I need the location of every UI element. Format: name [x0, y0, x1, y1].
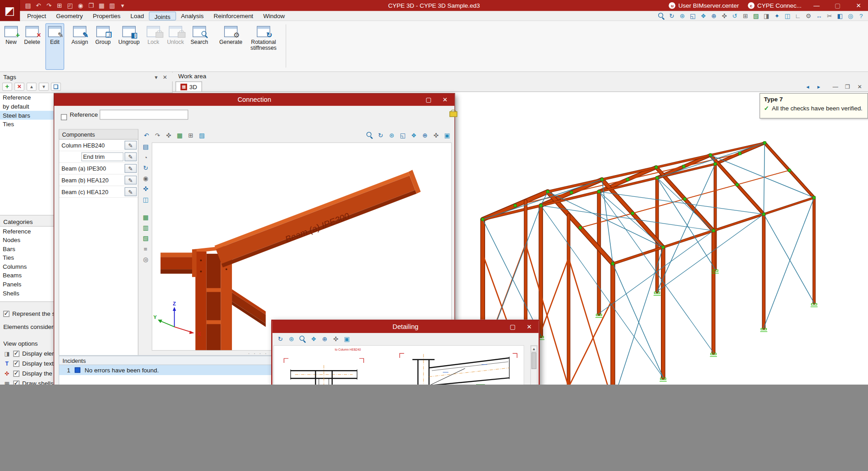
- search-icon[interactable]: [298, 335, 307, 344]
- move-down-button[interactable]: ▼: [39, 82, 49, 90]
- group-button[interactable]: ❐ Group: [92, 23, 114, 70]
- previous-view-icon[interactable]: ↺: [730, 12, 740, 21]
- maximize-button[interactable]: ▢: [828, 0, 847, 11]
- rotate-icon[interactable]: ↻: [141, 163, 151, 172]
- component-row-column[interactable]: Column HEB240 ✎: [59, 140, 138, 152]
- redraw-icon[interactable]: ❖: [698, 12, 708, 21]
- pan-icon[interactable]: ✜: [331, 335, 340, 344]
- menu-geometry[interactable]: Geometry: [51, 11, 88, 20]
- unlock-button[interactable]: Unlock: [164, 23, 187, 70]
- menu-load[interactable]: Load: [126, 11, 149, 20]
- close-button[interactable]: ✕: [849, 0, 868, 11]
- layers-icon[interactable]: ▤: [141, 143, 151, 152]
- splitter-handle[interactable]: · · · ·: [248, 352, 268, 355]
- minimize-view-icon[interactable]: —: [830, 82, 840, 91]
- display-texts-option[interactable]: T Display texts o: [3, 359, 61, 368]
- cype-logo-icon[interactable]: ◩: [0, 0, 20, 21]
- scroll-up-icon[interactable]: ▲: [531, 346, 537, 352]
- detailing-maximize-icon[interactable]: ▢: [505, 321, 521, 333]
- assign-button[interactable]: ✎ Assign: [69, 23, 91, 70]
- menu-project[interactable]: Project: [22, 11, 51, 20]
- report-icon[interactable]: ▦: [175, 131, 184, 140]
- search-icon[interactable]: [365, 131, 374, 140]
- search-icon[interactable]: [656, 12, 666, 21]
- rotational-stiffnesses-button[interactable]: ↻ Rotational stiffnesses: [246, 23, 281, 70]
- redraw-icon[interactable]: ❖: [409, 131, 419, 140]
- zoom-extents-icon[interactable]: ⊛: [287, 335, 296, 344]
- lock-button[interactable]: Lock: [144, 23, 163, 70]
- zoom-extents-icon[interactable]: ⊛: [678, 12, 687, 21]
- connection-maximize-icon[interactable]: ▢: [420, 94, 437, 106]
- reference-input[interactable]: [99, 109, 188, 119]
- zoom-window-icon[interactable]: ◱: [688, 12, 698, 21]
- connection-close-icon[interactable]: ✕: [437, 94, 453, 106]
- redo-icon[interactable]: ↷: [153, 131, 162, 140]
- clip-icon[interactable]: ◫: [141, 195, 151, 204]
- export-icon[interactable]: ▧: [141, 234, 151, 243]
- zoom-in-icon[interactable]: ⊕: [709, 12, 719, 21]
- edit-component-icon[interactable]: ✎: [125, 152, 137, 162]
- restore-view-icon[interactable]: ❐: [843, 82, 853, 91]
- generate-button[interactable]: ⚙ Generate: [217, 23, 245, 70]
- display-elements-option[interactable]: ◨ Display eleme: [3, 349, 60, 358]
- close-view-icon[interactable]: ✕: [855, 82, 865, 91]
- previous-tab-icon[interactable]: ◂: [803, 82, 813, 91]
- edit-component-icon[interactable]: ✎: [125, 187, 137, 196]
- menu-window[interactable]: Window: [258, 11, 290, 20]
- detailing-dialog-titlebar[interactable]: Detailing ▢ ✕: [272, 321, 538, 333]
- zoom-in-icon[interactable]: ⊕: [420, 131, 429, 140]
- minimize-button[interactable]: —: [807, 0, 826, 11]
- detailing-viewport[interactable]: to Column HEB240: [274, 345, 524, 385]
- lock-state-icon[interactable]: [449, 109, 456, 117]
- zoom-in-icon[interactable]: ⊕: [320, 335, 330, 344]
- search-button[interactable]: Search: [188, 23, 210, 70]
- pan-icon[interactable]: ✜: [720, 12, 729, 21]
- reference-checkbox[interactable]: [61, 114, 67, 120]
- menu-reinforcement[interactable]: Reinforcement: [208, 11, 258, 20]
- pan-icon[interactable]: ✜: [431, 131, 441, 140]
- component-row-beam-a[interactable]: Beam (a) IPE300 ✎: [59, 163, 138, 175]
- component-row-end-trim[interactable]: End trim ✎: [59, 151, 138, 163]
- connection-dialog-titlebar[interactable]: Connection ▢ ✕: [54, 94, 454, 106]
- menu-properties[interactable]: Properties: [88, 11, 125, 20]
- zoom-extents-icon[interactable]: ⊛: [387, 131, 396, 140]
- orbit-icon[interactable]: ↻: [667, 12, 677, 21]
- angle-icon[interactable]: ∟: [793, 12, 803, 21]
- orbit-icon[interactable]: ↻: [276, 335, 285, 344]
- edit-component-icon[interactable]: ✎: [125, 141, 137, 150]
- sheet-icon[interactable]: ▥: [141, 223, 151, 232]
- edit-component-icon[interactable]: ✎: [125, 164, 137, 173]
- collapse-panel-icon[interactable]: ▾: [152, 73, 161, 81]
- ungroup-button[interactable]: ◧ Ungroup: [115, 23, 143, 70]
- undo-icon[interactable]: ↶: [142, 131, 151, 140]
- next-tab-icon[interactable]: ▸: [814, 82, 824, 91]
- list-icon[interactable]: ≡: [141, 244, 151, 253]
- draw-shells-checkbox[interactable]: [13, 381, 19, 385]
- close-panel-icon[interactable]: ✕: [160, 73, 170, 81]
- menu-analysis[interactable]: Analysis: [176, 11, 208, 20]
- help-icon[interactable]: ?: [856, 12, 866, 21]
- orbit-icon[interactable]: ↻: [376, 131, 385, 140]
- move-icon[interactable]: ✜: [141, 185, 151, 194]
- protractor-icon[interactable]: ◔: [141, 153, 151, 162]
- edit-component-icon[interactable]: ✎: [125, 176, 137, 185]
- print-icon[interactable]: ⊞: [186, 131, 195, 140]
- display-elements-checkbox[interactable]: [13, 350, 19, 356]
- shading-icon[interactable]: ◨: [762, 12, 771, 21]
- measure-icon[interactable]: ↔: [814, 12, 824, 21]
- display-local-axes-checkbox[interactable]: [13, 371, 19, 376]
- visibility-icon[interactable]: ◎: [141, 255, 151, 264]
- print2-icon[interactable]: ⊞: [741, 12, 750, 21]
- component-row-beam-b[interactable]: Beam (b) HEA120 ✎: [59, 175, 138, 186]
- represent-structure-checkbox[interactable]: [3, 310, 9, 316]
- edit-button[interactable]: ✎ Edit: [45, 23, 64, 70]
- display-local-axes-option[interactable]: ✜ Display the lo: [3, 369, 59, 378]
- cype-connect-button[interactable]: c CYPE Connec...: [745, 2, 805, 9]
- detailing-close-icon[interactable]: ✕: [521, 321, 538, 333]
- export-drawing-icon[interactable]: ▧: [197, 131, 207, 140]
- cut-icon[interactable]: ✂: [825, 12, 834, 21]
- delete-button[interactable]: × Delete: [21, 23, 43, 70]
- display-texts-checkbox[interactable]: [13, 361, 19, 366]
- web-icon[interactable]: ◎: [846, 12, 855, 21]
- user-account-button[interactable]: u User BIMserver.center: [665, 2, 742, 9]
